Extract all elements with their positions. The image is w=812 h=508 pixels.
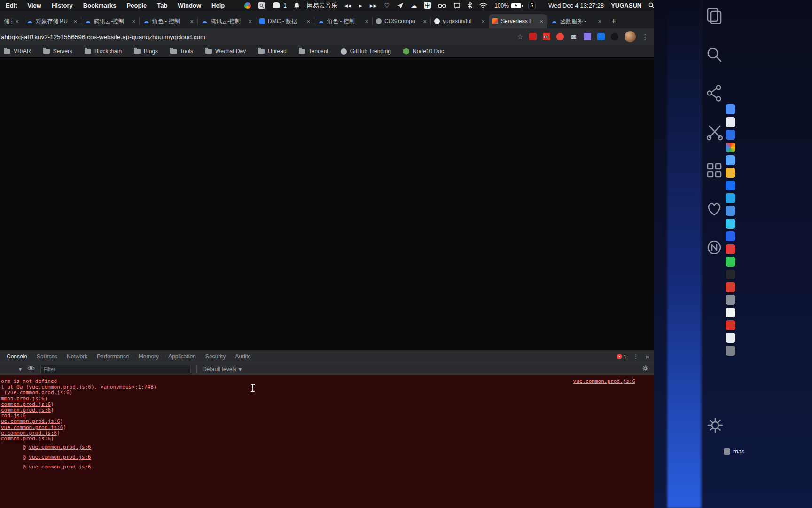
menu-view[interactable]: View	[28, 2, 41, 9]
wifi-icon[interactable]	[479, 2, 487, 9]
dock-app-icon[interactable]	[726, 282, 735, 292]
dock-app-icon[interactable]	[726, 270, 735, 279]
bookmark-item[interactable]: Blockchain	[85, 48, 122, 55]
chat-bubble-icon[interactable]	[453, 2, 461, 9]
ext-fe-icon[interactable]: FE	[543, 33, 550, 40]
tab-close-button[interactable]: ×	[481, 18, 485, 25]
tab-close-button[interactable]: ×	[190, 18, 194, 25]
heart-icon[interactable]: ♡	[384, 2, 390, 9]
browser-tab[interactable]: ☁腾讯云-控制×	[197, 14, 256, 28]
browser-tab[interactable]: DMC - 数据×	[256, 14, 314, 28]
console-source-link[interactable]: common.prod.js:6	[1, 436, 51, 442]
tab-close-button[interactable]: ×	[423, 18, 427, 25]
devtools-settings-icon[interactable]	[642, 365, 648, 373]
browser-tab[interactable]: 储 操×	[0, 14, 23, 28]
console-source-link[interactable]: vue.common.prod.js:6	[573, 379, 635, 384]
console-source-link[interactable]: vue.common.prod.js:6	[1, 424, 63, 430]
devtools-tab-security[interactable]: Security	[201, 350, 230, 363]
profile-avatar[interactable]	[625, 31, 636, 42]
console-source-link[interactable]: mmon.prod.js:6	[1, 396, 45, 402]
mas-item[interactable]: mas	[724, 448, 745, 455]
dock-app-icon[interactable]	[726, 206, 735, 216]
console-sidebar-toggle-icon[interactable]: ▾	[19, 366, 22, 373]
dock-app-icon[interactable]	[726, 143, 735, 152]
console-source-link[interactable]: e.common.prod.js:6	[1, 430, 57, 436]
dock-app-icon[interactable]	[726, 104, 735, 114]
devtools-tab-memory[interactable]: Memory	[134, 350, 164, 363]
dock-app-icon[interactable]	[726, 155, 735, 165]
dock-app-icon[interactable]	[726, 333, 735, 343]
menu-edit[interactable]: Edit	[6, 2, 17, 9]
devtools-tab-console[interactable]: Console	[2, 350, 32, 363]
media-prev-icon[interactable]: ◀◀	[344, 3, 352, 8]
page-content[interactable]	[0, 58, 654, 350]
console-filter-input[interactable]	[40, 365, 191, 373]
tab-close-button[interactable]: ×	[365, 18, 368, 25]
dock-app-icon[interactable]	[726, 231, 735, 241]
ext-puzzle-icon[interactable]	[584, 33, 591, 40]
tab-close-button[interactable]: ×	[132, 18, 135, 25]
music-app-title[interactable]: 网易云音乐	[307, 1, 337, 10]
menubar-username[interactable]: YUGASUN	[611, 2, 641, 9]
ext-mail-icon[interactable]: ✉	[570, 33, 578, 40]
bookmark-star-icon[interactable]: ☆	[517, 33, 523, 40]
browser-tab[interactable]: Serverless F×	[489, 14, 547, 28]
devtools-close-icon[interactable]: ×	[645, 353, 649, 361]
dock-app-icon[interactable]	[726, 295, 735, 305]
dock-app-icon[interactable]	[726, 308, 735, 318]
bookmark-item[interactable]: Blogs	[134, 48, 158, 55]
dock-app-icon[interactable]	[726, 219, 735, 229]
glasses-icon[interactable]	[438, 2, 446, 9]
tab-close-button[interactable]: ×	[73, 18, 77, 25]
dock-app-icon[interactable]	[726, 320, 735, 330]
bookmark-item[interactable]: Tencent	[299, 48, 328, 55]
menubar-clock[interactable]: Wed Dec 4 13:27:28	[548, 2, 604, 9]
new-tab-button[interactable]: +	[607, 15, 620, 28]
console-source-link[interactable]: vue.common.prod.js:6	[7, 389, 69, 396]
bookmark-item[interactable]: GitHub Trending	[341, 48, 391, 55]
dock-app-icon[interactable]	[726, 168, 735, 178]
scissors-icon[interactable]	[705, 122, 724, 141]
cloud-icon[interactable]: ☁	[411, 2, 417, 9]
google-icon[interactable]	[244, 2, 251, 9]
menu-help[interactable]: Help	[211, 2, 225, 9]
console-source-link[interactable]: common.prod.js:6	[1, 407, 51, 413]
record-icon[interactable]	[705, 238, 724, 257]
heart-icon[interactable]	[705, 199, 724, 218]
bluetooth-icon[interactable]	[468, 2, 472, 9]
dock-app-icon[interactable]	[726, 193, 735, 203]
tab-close-button[interactable]: ×	[598, 18, 601, 25]
error-indicator[interactable]: × 1	[617, 354, 626, 359]
devtools-tab-performance[interactable]: Performance	[92, 350, 134, 363]
bookmark-item[interactable]: Unread	[258, 48, 286, 55]
browser-tab[interactable]: ☁角色 - 控制×	[314, 14, 372, 28]
ext-uploader-icon[interactable]: ↑	[597, 33, 605, 40]
console-source-link[interactable]: vue.common.prod.js:6	[29, 464, 91, 470]
search-bubble-icon[interactable]	[258, 2, 265, 9]
devtools-tab-audits[interactable]: Audits	[230, 350, 255, 363]
battery-indicator[interactable]: 100%	[494, 2, 521, 9]
dock-app-icon[interactable]	[726, 257, 735, 267]
menu-window[interactable]: Window	[178, 2, 201, 9]
bookmark-item[interactable]: Node10 Doc	[403, 48, 444, 55]
grid-icon[interactable]	[705, 161, 724, 180]
browser-tab[interactable]: ☁对象存储 PU×	[23, 14, 81, 28]
input-method-icon[interactable]: 中	[424, 2, 431, 9]
menu-people[interactable]: People	[127, 2, 147, 9]
paperplane-icon[interactable]	[397, 2, 404, 9]
bookmark-item[interactable]: VR/AR	[4, 48, 31, 55]
console-source-link[interactable]: rod.js:6	[1, 413, 26, 419]
bookmark-item[interactable]: Wechat Dev	[205, 48, 246, 55]
bookmark-item[interactable]: Servers	[43, 48, 72, 55]
menu-history[interactable]: History	[52, 2, 73, 9]
s-app-icon[interactable]: S	[528, 2, 536, 9]
menu-tab[interactable]: Tab	[157, 2, 167, 9]
wechat-icon[interactable]	[273, 2, 280, 8]
tab-close-button[interactable]: ×	[306, 18, 310, 25]
dock-app-icon[interactable]	[726, 346, 735, 356]
address-url[interactable]: ahbqkq-a81kuv2-1251556596.cos-website.ap…	[1, 33, 511, 40]
console-source-link[interactable]: common.prod.js:6	[1, 401, 51, 407]
tab-close-button[interactable]: ×	[15, 18, 19, 25]
console-source-link[interactable]: vue.common.prod.js:6	[29, 444, 91, 450]
devtools-tab-application[interactable]: Application	[164, 350, 201, 363]
